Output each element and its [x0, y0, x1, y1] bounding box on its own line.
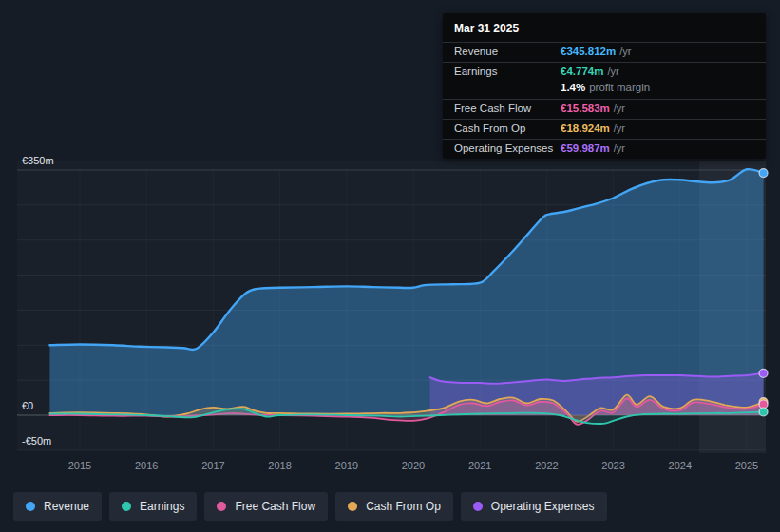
- tooltip-date: Mar 31 2025: [443, 13, 766, 42]
- tooltip-row-earnings: Earnings €4.774m/yr: [443, 62, 766, 82]
- legend-item-earnings[interactable]: Earnings: [109, 492, 197, 521]
- tooltip-suffix: /yr: [614, 103, 625, 114]
- earnings-end-dot: [759, 408, 768, 416]
- tooltip-suffix: /yr: [614, 123, 625, 134]
- chart-legend: Revenue Earnings Free Cash Flow Cash Fro…: [13, 492, 607, 521]
- legend-item-operating-expenses[interactable]: Operating Expenses: [461, 492, 607, 521]
- tooltip-row-free-cash-flow: Free Cash Flow €15.583m/yr: [443, 99, 766, 119]
- legend-label: Free Cash Flow: [235, 500, 315, 513]
- tooltip-label: Free Cash Flow: [454, 103, 561, 115]
- tooltip-value: €15.583m: [561, 103, 610, 114]
- x-axis-label: 2018: [268, 460, 291, 471]
- profit-margin-label: profit margin: [589, 82, 650, 93]
- legend-item-free-cash-flow[interactable]: Free Cash Flow: [204, 492, 328, 521]
- tooltip-label: Cash From Op: [454, 123, 561, 135]
- x-axis-label: 2019: [335, 460, 358, 471]
- legend-label: Cash From Op: [366, 500, 441, 513]
- y-axis-label: €350m: [22, 155, 54, 166]
- legend-label: Revenue: [44, 500, 89, 513]
- tooltip-label: Revenue: [454, 46, 561, 58]
- earnings-revenue-history-panel: €350m€0-€50m2015201620172018201920202021…: [0, 0, 780, 532]
- legend-dot-operating-expenses: [473, 502, 483, 511]
- x-axis-label: 2022: [535, 460, 558, 471]
- legend-dot-earnings: [122, 502, 131, 511]
- tooltip-row-profit-margin: 1.4%profit margin: [443, 82, 766, 99]
- tooltip-value: €345.812m: [561, 46, 616, 57]
- tooltip-value: €18.924m: [561, 123, 610, 134]
- legend-dot-revenue: [26, 502, 35, 511]
- legend-label: Earnings: [140, 500, 184, 513]
- tooltip-label: Operating Expenses: [454, 142, 561, 155]
- y-axis-label: -€50m: [22, 435, 51, 446]
- x-axis-label: 2016: [135, 460, 158, 471]
- legend-item-revenue[interactable]: Revenue: [13, 492, 102, 521]
- legend-item-cash-from-op[interactable]: Cash From Op: [335, 492, 453, 521]
- x-axis-label: 2025: [735, 460, 758, 471]
- tooltip-row-cash-from-op: Cash From Op €18.924m/yr: [443, 119, 766, 139]
- legend-dot-cash-from-op: [348, 502, 357, 511]
- x-axis-label: 2021: [468, 460, 491, 471]
- legend-dot-free-cash-flow: [217, 502, 226, 511]
- legend-label: Operating Expenses: [491, 500, 595, 513]
- tooltip-value: €4.774m: [561, 66, 603, 77]
- chart-tooltip: Mar 31 2025 Revenue €345.812m/yr Earning…: [443, 13, 766, 159]
- tooltip-label: Earnings: [454, 66, 561, 78]
- x-axis-label: 2015: [68, 460, 91, 471]
- x-axis-label: 2023: [601, 460, 624, 471]
- tooltip-value: €59.987m: [561, 142, 610, 154]
- y-axis-label: €0: [22, 400, 33, 411]
- tooltip-suffix: /yr: [607, 66, 618, 77]
- tooltip-suffix: /yr: [614, 142, 625, 154]
- revenue-end-dot: [759, 169, 768, 178]
- tooltip-row-revenue: Revenue €345.812m/yr: [443, 42, 766, 62]
- tooltip-suffix: /yr: [619, 46, 631, 57]
- x-axis-label: 2020: [402, 460, 425, 471]
- x-axis-label: 2017: [201, 460, 224, 471]
- tooltip-row-operating-expenses: Operating Expenses €59.987m/yr: [443, 139, 766, 159]
- profit-margin-value: 1.4%: [561, 82, 585, 93]
- x-axis-label: 2024: [669, 460, 692, 471]
- operating-expenses-end-dot: [759, 369, 768, 377]
